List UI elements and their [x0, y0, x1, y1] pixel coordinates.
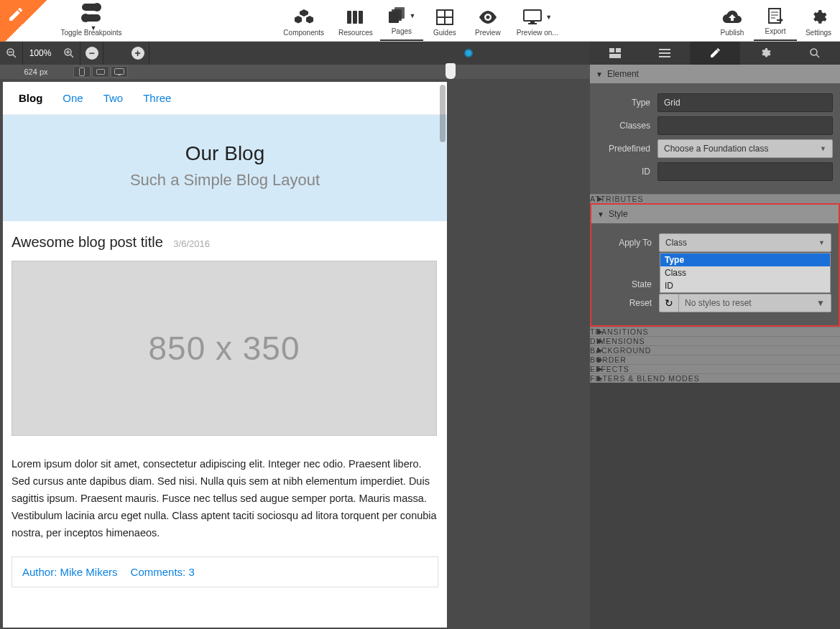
preview-nav: Blog One Two Three	[3, 82, 447, 115]
zoom-out-button[interactable]	[0, 42, 23, 65]
background-section-header[interactable]: ▶BACKGROUND	[590, 345, 840, 355]
toggle-breakpoints-button[interactable]: ▼ Toggle Breakpoints	[52, 0, 131, 41]
border-section-header[interactable]: ▶BORDER	[590, 355, 840, 364]
reset-button[interactable]: ↻	[659, 294, 679, 312]
refresh-icon: ↻	[665, 297, 673, 309]
device-desktop-button[interactable]	[111, 66, 128, 78]
guides-button[interactable]: Guides	[423, 0, 466, 41]
svg-rect-29	[616, 48, 621, 52]
export-button[interactable]: Export	[754, 0, 797, 41]
post-comments[interactable]: Comments: 3	[131, 566, 195, 578]
dimensions-section-header[interactable]: ▶DIMENSIONS	[590, 336, 840, 345]
predefined-select[interactable]: Choose a Foundation class ▼	[657, 139, 833, 158]
chevron-down-icon: ▼	[816, 298, 825, 308]
element-section: ▼ Element Type Grid Classes Predefined C…	[590, 65, 840, 194]
page-preview[interactable]: Blog One Two Three Our Blog Such a Simpl…	[3, 82, 447, 628]
svg-line-18	[13, 55, 16, 57]
ruler[interactable]	[149, 42, 592, 65]
caret-right-icon: ▶	[597, 365, 604, 373]
ruler-knob[interactable]	[464, 49, 473, 57]
pages-button[interactable]: ▼ Pages	[380, 0, 423, 41]
predefined-label: Predefined	[597, 144, 657, 154]
svg-point-9	[486, 16, 489, 19]
inspector-tab-settings[interactable]	[740, 42, 790, 65]
placeholder-text: 850 x 350	[148, 329, 300, 368]
caret-right-icon: ▶	[597, 374, 604, 382]
publish-button[interactable]: Publish	[711, 0, 754, 41]
post-image-placeholder[interactable]: 850 x 350	[11, 261, 437, 436]
app-logo[interactable]	[0, 0, 52, 42]
resources-label: Resources	[338, 29, 373, 37]
nav-item-blog[interactable]: Blog	[19, 92, 42, 104]
monitor-icon: ▼	[522, 7, 552, 27]
svg-rect-24	[80, 68, 85, 76]
preview-label: Preview	[475, 29, 501, 37]
dropdown-option-type[interactable]: Type	[660, 253, 830, 266]
preview-on-label: Preview on...	[517, 29, 558, 37]
apply-to-select[interactable]: Class ▼ Type Class ID	[659, 233, 831, 252]
attributes-section-header[interactable]: ▶ ATTRIBUTES	[590, 194, 840, 203]
chevron-down-icon: ▼	[820, 145, 826, 152]
nav-item-two[interactable]: Two	[103, 92, 124, 104]
preview-button[interactable]: Preview	[466, 0, 509, 41]
svg-rect-3	[389, 11, 399, 23]
inspector-tab-search[interactable]	[790, 42, 840, 65]
resources-button[interactable]: Resources	[331, 0, 380, 41]
svg-line-21	[70, 55, 73, 57]
guides-icon	[436, 7, 453, 27]
inspector-tab-layout[interactable]	[590, 42, 640, 65]
breakpoint-strip: 624 px	[0, 65, 590, 79]
inspector-tab-list[interactable]	[640, 42, 691, 65]
svg-point-17	[7, 49, 14, 55]
zoom-minus-button[interactable]: −	[80, 42, 103, 65]
filters-section-header[interactable]: ▶FILTERS & BLEND MODES	[590, 373, 840, 383]
svg-rect-6	[437, 10, 453, 24]
reset-select[interactable]: No styles to reset ▼	[679, 294, 831, 312]
device-phone-landscape-button[interactable]	[92, 66, 109, 78]
id-input[interactable]	[657, 162, 833, 181]
hero-section[interactable]: Our Blog Such a Simple Blog Layout	[3, 115, 447, 221]
settings-button[interactable]: Settings	[797, 0, 840, 41]
inspector-panel: ▼ Element Type Grid Classes Predefined C…	[590, 42, 840, 629]
svg-rect-31	[659, 49, 670, 50]
blog-post[interactable]: Awesome blog post title 3/6/2016 850 x 3…	[3, 221, 447, 596]
device-phone-portrait-button[interactable]	[73, 66, 91, 78]
classes-input[interactable]	[657, 116, 833, 135]
post-author[interactable]: Author: Mike Mikers	[22, 566, 118, 578]
components-icon	[295, 7, 313, 27]
type-input[interactable]: Grid	[657, 93, 833, 112]
hero-subtitle: Such a Simple Blog Layout	[10, 171, 440, 190]
transitions-section-header[interactable]: ▶TRANSITIONS	[590, 327, 840, 336]
style-header[interactable]: ▼ Style	[591, 205, 839, 223]
element-header-label: Element	[607, 69, 639, 79]
svg-rect-26	[115, 69, 124, 75]
nav-item-three[interactable]: Three	[143, 92, 171, 104]
reset-label: Reset	[599, 298, 659, 308]
element-header[interactable]: ▼ Element	[590, 65, 840, 83]
export-label: Export	[765, 27, 786, 35]
caret-down-icon: ▼	[597, 210, 604, 218]
page-scrollbar[interactable]	[440, 85, 446, 142]
effects-section-header[interactable]: ▶EFFECTS	[590, 364, 840, 373]
preview-on-button[interactable]: ▼ Preview on...	[509, 0, 566, 41]
zoom-percent: 100%	[23, 48, 57, 58]
nav-item-one[interactable]: One	[63, 92, 83, 104]
caret-right-icon: ▶	[597, 195, 604, 202]
svg-rect-5	[394, 7, 405, 19]
id-label: ID	[597, 167, 657, 177]
zoom-in-button[interactable]	[57, 42, 80, 65]
dropdown-option-class[interactable]: Class	[660, 266, 830, 279]
svg-rect-1	[353, 11, 357, 24]
resources-icon	[346, 7, 365, 27]
zoom-plus-button[interactable]: +	[126, 42, 149, 65]
svg-rect-25	[97, 70, 105, 75]
dropdown-option-id[interactable]: ID	[660, 279, 830, 292]
components-button[interactable]: Components	[276, 0, 331, 41]
post-date: 3/6/2016	[173, 238, 210, 249]
breakpoint-marker[interactable]	[446, 63, 456, 79]
inspector-tab-style[interactable]	[690, 42, 740, 65]
settings-label: Settings	[806, 29, 831, 37]
apply-to-dropdown: Type Class ID	[660, 253, 831, 293]
caret-right-icon: ▶	[597, 346, 604, 354]
pages-label: Pages	[392, 27, 412, 35]
